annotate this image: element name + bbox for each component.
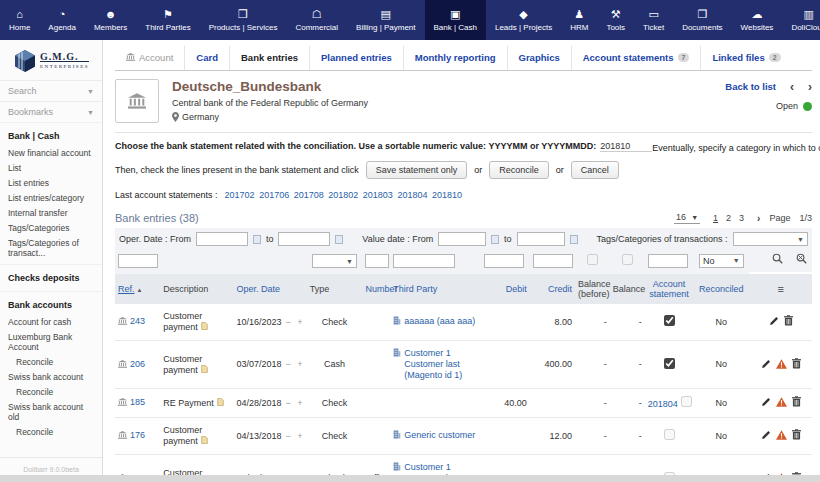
statement-link-201810[interactable]: 201810 (432, 190, 462, 200)
menu-home[interactable]: ⌂Home (0, 0, 39, 40)
sidebar-item-swiss-bank-account[interactable]: Swiss bank account (0, 369, 102, 384)
column-header-credit[interactable]: Credit (530, 274, 575, 304)
page-link-1[interactable]: 1 (713, 213, 718, 223)
column-header-third-party[interactable]: Third Party (390, 274, 481, 304)
ref-link[interactable]: 185 (130, 397, 145, 407)
reconciled-filter-select[interactable]: No▼ (699, 254, 744, 268)
statement-link[interactable]: 201804 (648, 399, 678, 409)
third-party-filter-input[interactable] (393, 254, 455, 268)
oper-date-from-input[interactable] (196, 232, 248, 246)
next-page-arrow[interactable]: › (757, 213, 760, 224)
type-filter-select[interactable]: ▼ (312, 254, 357, 268)
column-header-oper-date[interactable]: Oper. Date (233, 274, 306, 304)
statement-checkbox[interactable] (664, 358, 675, 369)
tab-planned-entries[interactable]: Planned entries (309, 46, 403, 70)
sidebar-item-list-entries[interactable]: List entries (0, 175, 102, 190)
edit-pencil-icon[interactable] (761, 359, 771, 372)
menu-hrm[interactable]: ♟HRM (561, 0, 597, 40)
third-party-link[interactable]: aaaaaa (aaa aaa) (404, 316, 475, 327)
statement-checkbox[interactable] (681, 396, 692, 407)
edit-pencil-icon[interactable] (761, 430, 771, 443)
calendar-icon[interactable] (570, 235, 578, 244)
menu-websites[interactable]: ☁Websites (732, 0, 783, 40)
credit-filter-input[interactable] (533, 254, 573, 268)
column-header-account-statement[interactable]: Account statement (645, 274, 694, 304)
value-date-from-input[interactable] (438, 232, 486, 246)
sidebar-item-tags-categories-of-transact[interactable]: Tags/Categories of transact... (0, 235, 102, 260)
ref-link[interactable]: 176 (130, 430, 145, 440)
menu-bank-cash[interactable]: ▣Bank | Cash (425, 0, 486, 40)
tab-account-statements[interactable]: Account statements7 (571, 46, 701, 70)
statement-link-201804[interactable]: 201804 (397, 190, 427, 200)
warning-icon[interactable] (776, 359, 787, 372)
back-to-list-link[interactable]: Back to list (725, 81, 776, 92)
statement-link-201803[interactable]: 201803 (363, 190, 393, 200)
column-header-debit[interactable]: Debit (481, 274, 530, 304)
statement-link-201708[interactable]: 201708 (294, 190, 324, 200)
date-adjust-links[interactable]: − + (286, 398, 305, 408)
cancel-button[interactable]: Cancel (571, 161, 619, 179)
menu-billing-payment[interactable]: ▤Billing | Payment (347, 0, 424, 40)
sidebar-item-reconcile[interactable]: Reconcile (0, 384, 102, 399)
trash-icon[interactable] (792, 396, 801, 410)
bill-icon[interactable] (201, 365, 208, 375)
next-record-arrow[interactable]: › (808, 82, 812, 92)
tab-graphics[interactable]: Graphics (507, 46, 571, 70)
calendar-icon[interactable] (335, 235, 343, 244)
clear-filters-icon[interactable] (796, 253, 807, 266)
previous-record-arrow[interactable]: ‹ (790, 82, 794, 92)
sidebar-item-swiss-bank-account-old[interactable]: Swiss bank account old (0, 399, 102, 424)
statement-link-201702[interactable]: 201702 (225, 190, 255, 200)
tab-account[interactable]: Account (115, 46, 184, 70)
third-party-link[interactable]: Customer 1 Customer last (Magento id 1) (404, 348, 478, 381)
menu-products-services[interactable]: ❒Products | Services (200, 0, 287, 40)
calendar-icon[interactable] (253, 235, 261, 244)
date-adjust-links[interactable]: − + (286, 317, 305, 327)
ref-link[interactable]: 206 (130, 359, 145, 369)
trash-icon[interactable] (784, 315, 793, 329)
column-header-reconciled[interactable]: Reconciled (693, 274, 749, 304)
statement-filter-input[interactable] (648, 254, 688, 268)
statement-checkbox[interactable] (664, 315, 675, 326)
statement-number-input[interactable] (600, 141, 652, 152)
trash-icon[interactable] (792, 358, 801, 372)
sidebar-item-luxemburg-bank-account[interactable]: Luxemburg Bank Account (0, 329, 102, 354)
edit-pencil-icon[interactable] (769, 316, 779, 329)
third-party-link[interactable]: Generic customer (404, 430, 475, 441)
column-header-number[interactable]: Number (362, 274, 390, 304)
tab-bank-entries[interactable]: Bank entries (229, 46, 309, 70)
sidebar-item-account-for-cash[interactable]: Account for cash (0, 314, 102, 329)
column-header-ref[interactable]: Ref.▲ (115, 274, 160, 304)
sidebar-bookmarks-toggle[interactable]: Bookmarks ▼ (0, 101, 102, 122)
search-icon[interactable] (772, 253, 783, 266)
menu-third-parties[interactable]: ⚑Third Parties (136, 0, 199, 40)
menu-leads-projects[interactable]: ◆Leads | Projects (486, 0, 561, 40)
ref-filter-input[interactable] (118, 254, 158, 268)
menu-ticket[interactable]: ▭Ticket (634, 0, 673, 40)
debit-filter-input[interactable] (484, 254, 524, 268)
bill-icon[interactable] (201, 436, 208, 446)
menu-documents[interactable]: ❐Documents (673, 0, 731, 40)
statement-checkbox[interactable] (664, 429, 675, 440)
bill-icon[interactable] (201, 322, 208, 332)
date-adjust-links[interactable]: − + (286, 431, 305, 441)
trash-icon[interactable] (792, 429, 801, 443)
bill-icon[interactable] (217, 398, 224, 408)
calendar-icon[interactable] (491, 235, 499, 244)
edit-pencil-icon[interactable] (761, 397, 771, 410)
statement-link-201802[interactable]: 201802 (328, 190, 358, 200)
menu-agenda[interactable]: ◔Agenda (39, 0, 85, 40)
number-filter-input[interactable] (365, 254, 389, 268)
warning-icon[interactable] (776, 430, 787, 443)
tab-linked-files[interactable]: Linked files2 (700, 46, 791, 70)
balance-filter-checkbox[interactable] (622, 254, 633, 265)
menu-commercial[interactable]: ☖Commercial (286, 0, 347, 40)
tab-card[interactable]: Card (184, 46, 229, 70)
save-statement-only-button[interactable]: Save statement only (366, 161, 468, 179)
sidebar-item-new-financial-account[interactable]: New financial account (0, 145, 102, 160)
ref-link[interactable]: 243 (130, 316, 145, 326)
sidebar-item-reconcile[interactable]: Reconcile (0, 424, 102, 439)
sidebar-item-list-entries-category[interactable]: List entries/category (0, 190, 102, 205)
page-link-3[interactable]: 3 (739, 213, 744, 223)
sidebar-item-list[interactable]: List (0, 160, 102, 175)
